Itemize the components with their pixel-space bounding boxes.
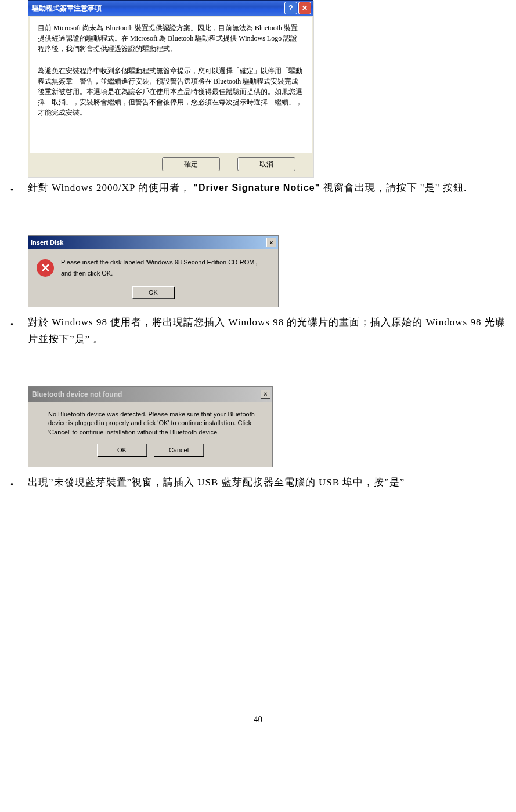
dialog-paragraph-1: 目前 Microsoft 尚未為 Bluetooth 裝置提供認證方案。因此，目… xyxy=(38,23,304,54)
bullet-marker: • xyxy=(10,474,28,492)
bullet1-bold: "Driver Signature Notice" xyxy=(193,183,320,193)
dialog-footer: OK xyxy=(28,285,278,307)
bullet-text: 針對 Windows 2000/XP 的使用者， "Driver Signatu… xyxy=(28,180,506,197)
error-icon: ✕ xyxy=(37,259,54,277)
close-button[interactable]: ✕ xyxy=(298,2,311,14)
bullet1-pre: 針對 Windows 2000/XP 的使用者， xyxy=(28,182,193,193)
bullet-text: 對於 Windows 98 使用者，將出現請您插入 Windows 98 的光碟… xyxy=(28,314,506,348)
instruction-bullet-1: • 針對 Windows 2000/XP 的使用者， "Driver Signa… xyxy=(10,180,506,197)
dialog-footer: OK Cancel xyxy=(28,441,272,467)
dialog-message: No Bluetooth device was detected. Please… xyxy=(28,402,272,441)
instruction-bullet-3: • 出現”未發現藍芽裝置”視窗，請插入 USB 藍芽配接器至電腦的 USB 埠中… xyxy=(10,474,506,492)
dialog-body: ✕ Please insert the disk labeled 'Window… xyxy=(28,249,278,284)
bullet-text: 出現”未發現藍芽裝置”視窗，請插入 USB 藍芽配接器至電腦的 USB 埠中，按… xyxy=(28,474,506,492)
driver-signature-dialog: 驅動程式簽章注意事項 ? ✕ 目前 Microsoft 尚未為 Bluetoot… xyxy=(28,0,313,177)
instruction-bullet-2: • 對於 Windows 98 使用者，將出現請您插入 Windows 98 的… xyxy=(10,314,506,348)
ok-button[interactable]: OK xyxy=(97,444,147,456)
dialog-title: Bluetooth device not found xyxy=(32,389,261,400)
dialog-title: Insert Disk xyxy=(31,237,266,248)
insert-disk-dialog: Insert Disk × ✕ Please insert the disk l… xyxy=(28,235,279,307)
help-button[interactable]: ? xyxy=(284,2,297,14)
dialog-titlebar: Insert Disk × xyxy=(28,236,278,249)
bluetooth-not-found-dialog: Bluetooth device not found × No Bluetoot… xyxy=(28,386,273,468)
dialog-titlebar: Bluetooth device not found × xyxy=(28,387,272,402)
dialog-title: 驅動程式簽章注意事項 xyxy=(32,2,283,14)
page-number: 40 xyxy=(10,712,506,727)
bullet-marker: • xyxy=(10,180,28,197)
ok-button[interactable]: OK xyxy=(132,286,174,299)
dialog-paragraph-2: 為避免在安裝程序中收到多個驅動程式無簽章提示，您可以選擇「確定」以停用「驅動程式… xyxy=(38,66,304,118)
dialog-body: 目前 Microsoft 尚未為 Bluetooth 裝置提供認證方案。因此，目… xyxy=(30,17,312,153)
dialog-titlebar: 驅動程式簽章注意事項 ? ✕ xyxy=(28,1,313,16)
dialog-footer: 確定 取消 xyxy=(28,154,313,177)
ok-button[interactable]: 確定 xyxy=(162,157,220,171)
close-button[interactable]: × xyxy=(261,390,270,399)
dialog-message: Please insert the disk labeled 'Windows … xyxy=(61,257,270,278)
cancel-button[interactable]: 取消 xyxy=(237,157,295,171)
bullet-marker: • xyxy=(10,314,28,348)
cancel-button[interactable]: Cancel xyxy=(154,444,204,456)
bullet1-post: 視窗會出現，請按下 "是" 按鈕. xyxy=(320,182,467,193)
close-button[interactable]: × xyxy=(266,238,276,247)
